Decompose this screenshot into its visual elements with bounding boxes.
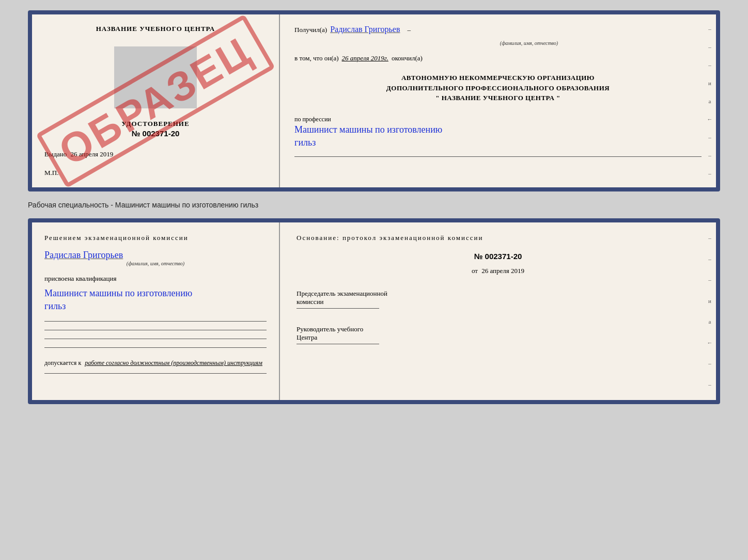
rukovoditel-line2: Центра [297,333,699,342]
dash-6: – [708,170,711,177]
ot-row: от 26 апреля 2019 [297,267,699,275]
predsedatel-block: Председатель экзаменационной комиссии [297,290,699,309]
poluchil-label: Получил(а) [294,26,327,34]
udostoverenie-number: № 002371-20 [44,129,267,138]
mp: М.П. [44,163,267,177]
org-block: АВТОНОМНУЮ НЕКОММЕРЧЕСКУЮ ОРГАНИЗАЦИЮ ДО… [294,73,702,103]
ot-date: 26 апреля 2019 [481,267,524,275]
kvalif-block: Машинист машины по изготовлению гильз [44,287,267,313]
bottom-name-block: Радислав Григорьев (фамилия, имя, отчест… [44,250,267,266]
bottom-side-marks: – – – и а ← – – [704,222,716,400]
vydano-date: 26 апреля 2019 [71,150,114,158]
org-line3: " НАЗВАНИЕ УЧЕБНОГО ЦЕНТРА " [294,93,702,103]
predsedatel-line1: Председатель экзаменационной [297,290,699,298]
resheniyem-text: Решением экзаменационной комиссии [44,233,267,244]
top-doc-right: Получил(а) Радислав Григорьев – (фамилия… [280,14,716,187]
bdash-2: – [708,256,711,262]
top-doc-left: НАЗВАНИЕ УЧЕБНОГО ЦЕНТРА УДОСТОВЕРЕНИЕ №… [32,14,280,187]
side-marks: – – – и а ← – – – [704,14,716,187]
profession-line1: Машинист машины по изготовлению [294,123,702,136]
profession-block: по профессии Машинист машины по изготовл… [294,113,702,149]
okonchil: окончил(а) [392,54,423,62]
dopuskaetsya-label: допускается к [44,359,81,366]
udostoverenie-block: УДОСТОВЕРЕНИЕ № 002371-20 [44,120,267,138]
bside-arrow: ← [707,340,713,346]
caption-line: Рабочая специальность - Машинист машины … [28,201,720,209]
photo-placeholder [114,46,197,108]
vtom-row: в том, что он(а) 26 апреля 2019г. окончи… [294,54,702,62]
kvalif-line2: гильз [44,300,267,313]
udostoverenie-title: УДОСТОВЕРЕНИЕ [44,120,267,128]
ot-label: от [472,267,478,275]
dash-5: – [708,152,711,158]
org-line1: АВТОНОМНУЮ НЕКОММЕРЧЕСКУЮ ОРГАНИЗАЦИЮ [294,73,702,83]
bottom-doc-right: Основание: протокол экзаменационной коми… [280,222,716,400]
side-i: и [708,80,711,86]
dopusk-text: работе согласно должностным (производств… [85,359,262,366]
osnovanie-text: Основание: протокол экзаменационной коми… [297,233,699,244]
bside-a: а [709,318,711,325]
prisvoyena: присвоена квалификация [44,275,267,283]
dash-4: – [708,134,711,140]
dash-1: – [708,26,711,32]
predsedatel-line2: комиссии [297,298,699,306]
bdash-5: – [708,381,711,388]
vtom-date: 26 апреля 2019г. [342,54,388,62]
fio-hint: (фамилия, имя, отчество) [356,40,702,46]
bside-i: и [708,298,711,304]
bottom-fio-hint: (фамилия, имя, отчество) [44,261,267,266]
profession-line2: гильз [294,136,702,149]
side-arrow: ← [707,116,713,122]
bottom-number: № 002371-20 [297,252,699,261]
side-a: а [709,98,711,104]
rukovoditel-block: Руководитель учебного Центра [297,325,699,344]
bdash-4: – [708,360,711,366]
bottom-doc-left: Решением экзаменационной комиссии Радисл… [32,222,280,400]
dash1: – [408,26,411,34]
kvalif-line1: Машинист машины по изготовлению [44,287,267,300]
vydano-label: Выдано [44,150,67,158]
bdash-1: – [708,235,711,241]
dopuskaetsya-block: допускается к работе согласно должностны… [44,359,267,367]
vtom-label: в том, что он(а) [294,54,339,62]
dash-2: – [708,44,711,50]
predsedatel-signature [297,308,379,309]
rukovoditel-signature [297,344,379,344]
dash-3: – [708,62,711,68]
bottom-name: Радислав Григорьев [44,250,267,261]
top-document: НАЗВАНИЕ УЧЕБНОГО ЦЕНТРА УДОСТОВЕРЕНИЕ №… [28,10,720,191]
top-left-title: НАЗВАНИЕ УЧЕБНОГО ЦЕНТРА [44,25,267,33]
poluchil-row: Получил(а) Радислав Григорьев – [294,25,702,34]
po-professii: по профессии [294,116,702,123]
bdash-3: – [708,277,711,283]
vydano-line: Выдано 26 апреля 2019 [44,150,267,158]
rukovoditel-line1: Руководитель учебного [297,325,699,333]
bottom-document: Решением экзаменационной комиссии Радисл… [28,218,720,404]
org-line2: ДОПОЛНИТЕЛЬНОГО ПРОФЕССИОНАЛЬНОГО ОБРАЗО… [294,83,702,93]
poluchil-name: Радислав Григорьев [330,25,400,34]
